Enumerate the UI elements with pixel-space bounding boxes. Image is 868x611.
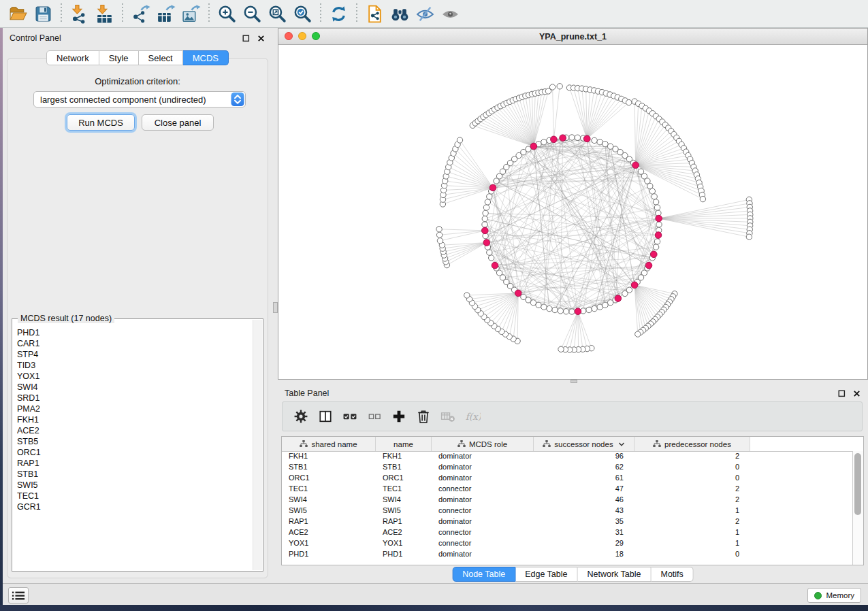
cell-name: SWI4 xyxy=(376,495,432,506)
cell-predecessor-nodes: 0 xyxy=(634,462,750,473)
tab-style[interactable]: Style xyxy=(99,50,139,65)
cell-name: SWI5 xyxy=(376,506,432,516)
mcds-result-item[interactable]: STB5 xyxy=(17,436,252,447)
float-icon[interactable] xyxy=(837,389,846,398)
settings-gear-icon[interactable] xyxy=(291,406,310,427)
cell-predecessor-nodes: 1 xyxy=(634,538,750,549)
column-label: successor nodes xyxy=(554,440,613,448)
mcds-list-scrollbar[interactable] xyxy=(253,320,262,570)
task-history-button[interactable] xyxy=(8,587,29,604)
control-panel-tabs: NetworkStyleSelectMCDS xyxy=(46,50,229,65)
new-network-from-selection-icon[interactable] xyxy=(362,3,387,25)
mcds-result-item[interactable]: FKH1 xyxy=(17,414,252,425)
find-icon[interactable] xyxy=(387,3,413,25)
table-row[interactable]: PHD1PHD1dominator180 xyxy=(282,549,853,560)
import-table-icon[interactable] xyxy=(92,3,117,25)
tab-node-table[interactable]: Node Table xyxy=(452,567,515,582)
column-header-name[interactable]: name xyxy=(376,437,432,451)
export-network-icon[interactable] xyxy=(128,3,153,25)
tab-motifs[interactable]: Motifs xyxy=(651,567,693,582)
tab-network-table[interactable]: Network Table xyxy=(578,567,652,582)
mcds-result-item[interactable]: SRD1 xyxy=(17,393,252,403)
mcds-result-item[interactable]: SWI4 xyxy=(17,382,252,393)
save-session-icon[interactable] xyxy=(31,3,56,25)
maximize-window-icon[interactable] xyxy=(312,32,320,40)
column-header-MCDS-role[interactable]: MCDS role xyxy=(432,437,534,451)
toolbar-separator xyxy=(208,3,210,24)
zoom-out-icon[interactable] xyxy=(240,3,265,25)
mcds-result-item[interactable]: ACE2 xyxy=(17,425,252,436)
mcds-result-item[interactable]: PMA2 xyxy=(17,403,252,414)
mcds-result-item[interactable]: GCR1 xyxy=(17,501,252,512)
tab-select[interactable]: Select xyxy=(139,50,183,65)
column-header-shared-name[interactable]: shared name xyxy=(282,437,376,451)
table-row[interactable]: FKH1FKH1dominator962 xyxy=(282,451,853,462)
minimize-window-icon[interactable] xyxy=(298,32,306,40)
deselect-all-icon[interactable] xyxy=(364,406,384,427)
toggle-columns-icon[interactable] xyxy=(315,406,335,427)
network-window-titlebar[interactable]: YPA_prune.txt_1 xyxy=(278,29,867,45)
export-table-icon[interactable] xyxy=(153,3,178,25)
cell-MCDS-role: connector xyxy=(432,506,534,516)
mcds-result-item[interactable]: STP4 xyxy=(17,349,252,360)
table-row[interactable]: SWI4SWI4dominator462 xyxy=(282,495,853,506)
memory-button[interactable]: Memory xyxy=(807,588,861,603)
import-network-icon[interactable] xyxy=(67,3,92,25)
mcds-result-item[interactable]: CAR1 xyxy=(17,338,252,349)
network-canvas[interactable] xyxy=(278,45,867,380)
open-session-icon[interactable] xyxy=(5,3,31,25)
vertical-splitter[interactable] xyxy=(272,28,278,583)
float-icon[interactable] xyxy=(241,33,251,43)
cell-MCDS-role: connector xyxy=(432,538,534,549)
close-icon[interactable] xyxy=(256,33,266,43)
refresh-layout-icon[interactable] xyxy=(326,3,351,25)
mcds-result-list[interactable]: PHD1CAR1STP4TID3YOX1SWI4SRD1PMA2FKH1ACE2… xyxy=(17,327,252,569)
mcds-result-item[interactable]: STB1 xyxy=(17,469,252,480)
zoom-selected-icon[interactable] xyxy=(290,3,315,25)
network-graph[interactable] xyxy=(278,45,867,380)
column-header-predecessor-nodes[interactable]: predecessor nodes xyxy=(634,437,750,451)
shared-column-icon xyxy=(543,440,551,448)
mcds-result-item[interactable]: TID3 xyxy=(17,360,252,371)
mcds-result-item[interactable]: ORC1 xyxy=(17,447,252,458)
tab-mcds[interactable]: MCDS xyxy=(183,50,229,65)
hide-selected-icon[interactable] xyxy=(413,3,438,25)
tab-edge-table[interactable]: Edge Table xyxy=(515,567,577,582)
vertical-splitter-handle[interactable] xyxy=(273,302,278,313)
control-panel-header: Control Panel xyxy=(3,28,272,46)
export-image-icon[interactable] xyxy=(178,3,204,25)
close-panel-button[interactable]: Close panel xyxy=(142,114,214,131)
cell-successor-nodes: 18 xyxy=(534,549,634,560)
cell-shared-name: ORC1 xyxy=(282,473,376,484)
table-row[interactable]: YOX1YOX1connector291 xyxy=(282,538,853,549)
optimization-criterion-dropdown[interactable]: largest connected component (undirected) xyxy=(33,91,246,108)
close-icon[interactable] xyxy=(852,389,861,398)
table-row[interactable]: STB1STB1dominator620 xyxy=(282,462,853,473)
table-scrollbar[interactable] xyxy=(852,451,863,565)
mcds-result-item[interactable]: RAP1 xyxy=(17,458,252,469)
mcds-result-item[interactable]: TEC1 xyxy=(17,491,252,501)
close-window-icon[interactable] xyxy=(285,32,293,40)
table-row[interactable]: ACE2ACE2connector311 xyxy=(282,527,853,538)
table-scrollbar-thumb[interactable] xyxy=(854,453,861,515)
table-row[interactable]: TEC1TEC1connector472 xyxy=(282,484,853,495)
cell-predecessor-nodes: 0 xyxy=(634,473,750,484)
delete-column-icon[interactable] xyxy=(413,406,433,427)
table-row[interactable]: ORC1ORC1dominator610 xyxy=(282,473,853,484)
column-label: name xyxy=(393,440,413,448)
add-column-icon[interactable] xyxy=(389,406,408,427)
cell-successor-nodes: 46 xyxy=(534,495,634,506)
mcds-result-item[interactable]: PHD1 xyxy=(17,327,252,338)
table-row[interactable]: SWI5SWI5connector431 xyxy=(282,506,853,516)
run-mcds-button[interactable]: Run MCDS xyxy=(67,114,135,131)
column-header-successor-nodes[interactable]: successor nodes xyxy=(534,437,634,451)
cell-name: YOX1 xyxy=(376,538,432,549)
cell-successor-nodes: 43 xyxy=(534,506,634,516)
zoom-in-icon[interactable] xyxy=(214,3,240,25)
mcds-result-item[interactable]: YOX1 xyxy=(17,371,252,382)
tab-network[interactable]: Network xyxy=(46,50,99,65)
select-all-icon[interactable] xyxy=(340,406,359,427)
mcds-result-item[interactable]: SWI5 xyxy=(17,480,252,491)
table-row[interactable]: RAP1RAP1dominator352 xyxy=(282,516,853,527)
zoom-fit-icon[interactable] xyxy=(265,3,290,25)
